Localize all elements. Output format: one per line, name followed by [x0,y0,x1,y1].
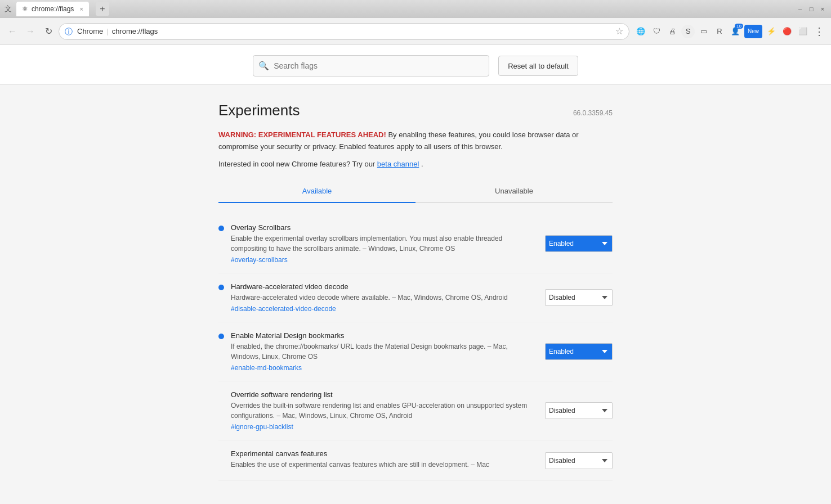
ext-badge: 10 [735,24,743,29]
tab-available[interactable]: Available [218,180,416,202]
flag-link-1[interactable]: #overlay-scrollbars [231,256,288,264]
flag-name-4: Override software rendering list [231,390,538,399]
beta-suffix: . [421,160,423,168]
ext-btn-1[interactable]: 🌐 [634,25,647,38]
flag-item-overlay-scrollbars: Overlay Scrollbars Enable the experiment… [218,214,613,273]
flag-item-canvas: Experimental canvas features Enables the… [218,440,613,481]
site-name: Chrome [77,27,103,35]
ext-btn-lightning[interactable]: ⚡ [765,25,778,38]
address-bar[interactable]: ⓘ Chrome | chrome://flags ☆ [59,23,629,40]
page-title: Experiments [218,102,300,119]
flag-dot-2 [218,285,224,290]
flags-list: Overlay Scrollbars Enable the experiment… [218,214,613,481]
titlebar-lang-btn[interactable]: 文 [5,4,12,14]
extensions-area: 🌐 🛡 🖨 S ▭ R 👤 10 New ⚡ 🔴 ⬜ ⋮ [634,23,826,40]
maximize-btn[interactable]: □ [807,5,815,13]
window-controls: – □ × [796,5,826,13]
flag-control-4: Disabled Enabled Default [545,402,613,419]
search-input-wrapper: 🔍 [253,55,489,76]
flag-item-md-bookmarks: Enable Material Design bookmarks If enab… [218,322,613,381]
flag-content-1: Overlay Scrollbars Enable the experiment… [231,223,538,264]
reset-all-button[interactable]: Reset all to default [498,56,578,76]
flag-item-hw-video: Hardware-accelerated video decode Hardwa… [218,273,613,322]
ext-btn-6[interactable]: R [713,25,726,38]
warning-box: WARNING: EXPERIMENTAL FEATURES AHEAD! By… [218,129,613,170]
flag-select-3[interactable]: Enabled Disabled Default [545,343,613,360]
ext-btn-user[interactable]: 👤 10 [729,25,742,38]
forward-btn[interactable]: → [23,24,38,39]
flag-select-1[interactable]: Enabled Disabled Default [545,235,613,252]
ext-btn-square[interactable]: ⬜ [796,25,810,38]
flag-content-3: Enable Material Design bookmarks If enab… [231,331,538,372]
tab-title: chrome://flags [32,5,74,13]
flag-link-4[interactable]: #ignore-gpu-blacklist [231,423,293,431]
flag-link-3[interactable]: #enable-md-bookmarks [231,364,302,372]
ext-btn-4[interactable]: S [681,25,695,38]
title-bar: 文 ⚛ chrome://flags × + – □ × [0,0,831,18]
search-bar-row: 🔍 Reset all to default [0,45,831,85]
ext-btn-5[interactable]: ▭ [697,25,711,38]
tab-favicon: ⚛ [22,5,28,13]
flag-select-4[interactable]: Disabled Enabled Default [545,402,613,419]
flag-content-2: Hardware-accelerated video decode Hardwa… [231,282,538,313]
url-display: chrome://flags [112,27,612,35]
new-tab-btn[interactable]: + [96,2,109,16]
flag-content-5: Experimental canvas features Enables the… [231,449,538,471]
tab-close-btn[interactable]: × [79,6,83,12]
flag-dot-4 [218,393,224,398]
flag-item-software-rendering: Override software rendering list Overrid… [218,381,613,440]
interest-text: Interested in cool new Chrome features? … [218,160,377,168]
bookmark-star-icon[interactable]: ☆ [615,26,623,37]
flag-control-3: Enabled Disabled Default [545,343,613,360]
page-background: 🔍 Reset all to default Experiments 66.0.… [0,45,831,504]
close-window-btn[interactable]: × [819,5,826,13]
flag-control-1: Enabled Disabled Default [545,235,613,252]
back-btn[interactable]: ← [5,24,20,39]
flag-desc-1: Enable the experimental overlay scrollba… [231,233,538,254]
ext-btn-shield2[interactable]: 🔴 [780,25,794,38]
search-flags-input[interactable] [253,55,489,76]
version-text: 66.0.3359.45 [573,109,613,117]
flag-desc-5: Enables the use of experimental canvas f… [231,460,538,470]
warning-prefix: WARNING: EXPERIMENTAL FEATURES AHEAD! [218,130,386,139]
flag-desc-3: If enabled, the chrome://bookmarks/ URL … [231,341,538,362]
nav-bar: ← → ↻ ⓘ Chrome | chrome://flags ☆ 🌐 🛡 🖨 … [0,18,831,45]
minimize-btn[interactable]: – [796,5,804,13]
flag-select-5[interactable]: Disabled Enabled Default [545,452,613,469]
content-area: Experiments 66.0.3359.45 WARNING: EXPERI… [218,85,613,498]
beta-channel-link[interactable]: beta channel [377,160,419,168]
flag-control-2: Disabled Enabled Default [545,289,613,306]
flag-control-5: Disabled Enabled Default [545,452,613,469]
flag-link-2[interactable]: #disable-accelerated-video-decode [231,305,336,313]
flag-dot-5 [218,452,224,457]
tabs-row: Available Unavailable [218,180,613,203]
flag-select-2[interactable]: Disabled Enabled Default [545,289,613,306]
flag-desc-4: Overrides the built-in software renderin… [231,400,538,421]
tab-unavailable[interactable]: Unavailable [416,180,613,202]
ext-btn-new[interactable]: New [744,25,762,38]
site-security-icon: ⓘ [65,27,74,36]
flag-desc-2: Hardware-accelerated video decode where … [231,292,538,303]
flag-content-4: Override software rendering list Overrid… [231,390,538,431]
flag-dot-3 [218,334,224,339]
ext-btn-3[interactable]: 🖨 [665,25,679,38]
flag-name-3: Enable Material Design bookmarks [231,331,538,340]
interest-paragraph: Interested in cool new Chrome features? … [218,159,613,170]
flag-name-1: Overlay Scrollbars [231,223,538,232]
reload-btn[interactable]: ↻ [41,24,56,39]
warning-paragraph: WARNING: EXPERIMENTAL FEATURES AHEAD! By… [218,129,613,153]
experiments-header: Experiments 66.0.3359.45 [218,102,613,119]
flag-dot-1 [218,226,224,231]
flag-name-2: Hardware-accelerated video decode [231,282,538,291]
chrome-menu-btn[interactable]: ⋮ [812,23,826,40]
ext-btn-2[interactable]: 🛡 [650,25,663,38]
browser-tab[interactable]: ⚛ chrome://flags × [16,2,89,16]
flag-name-5: Experimental canvas features [231,449,538,458]
url-separator: | [106,27,108,35]
